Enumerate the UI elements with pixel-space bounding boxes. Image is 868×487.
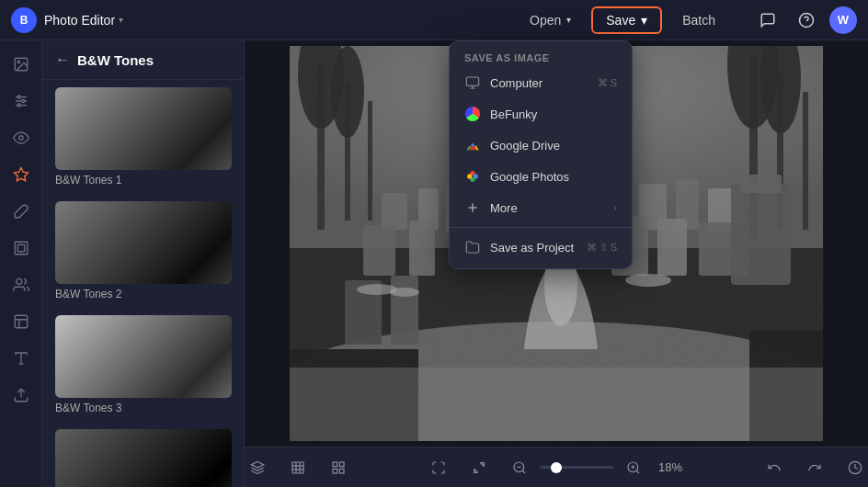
app-title: Photo Editor [44,13,115,28]
save-to-computer[interactable]: Computer ⌘ S [450,67,632,98]
chat-button[interactable] [752,5,783,36]
project-icon [464,239,481,255]
project-shortcut: ⌘ ⇧ S [587,242,617,254]
sidebar-icon-eye[interactable] [5,121,38,154]
svg-line-69 [522,470,525,473]
save-to-gdrive[interactable]: Google Drive [450,130,632,161]
preset-label-1: B&W Tones 1 [55,174,231,187]
expand-icon[interactable] [426,455,451,481]
save-button[interactable]: Save ▾ [591,6,662,34]
open-button[interactable]: Open ▾ [517,7,584,33]
layers-icon[interactable] [245,455,270,481]
computer-shortcut: ⌘ S [598,77,617,89]
sidebar-icon-image[interactable] [5,305,38,338]
zoom-value: 18% [654,460,687,474]
svg-rect-67 [339,469,344,473]
svg-rect-65 [339,462,344,467]
preset-label-3: B&W Tones 3 [55,402,231,414]
save-more[interactable]: More › [450,192,632,223]
main-area: ← B&W Tones B&W Tones 1 B&W Tones 2 [0,40,868,487]
sidebar-icon-photos[interactable] [5,48,38,81]
svg-rect-15 [15,315,28,328]
preset-label-2: B&W Tones 2 [55,288,231,300]
save-to-befunky[interactable]: BeFunky [450,98,632,130]
preset-item-3[interactable]: B&W Tones 3 [42,308,244,422]
frame-icon[interactable] [285,455,311,481]
more-chevron-icon: › [613,202,617,213]
save-dropdown: Save as Image Computer ⌘ S BeFunky Googl… [449,40,633,269]
presets-panel: ← B&W Tones B&W Tones 1 B&W Tones 2 [42,40,245,487]
gdrive-icon [464,137,481,153]
app-logo[interactable]: B [11,7,37,33]
save-as-project[interactable]: Save as Project ⌘ ⇧ S [450,232,632,263]
sidebar-icon-frames[interactable] [5,232,38,265]
svg-rect-59 [292,462,303,473]
dropdown-divider [450,227,632,228]
topbar: B Photo Editor ▾ Open ▾ Save ▾ Batch W [0,0,868,40]
sidebar [0,40,42,487]
gphotos-icon [464,168,481,185]
svg-point-8 [21,100,24,103]
sidebar-icon-export[interactable] [5,379,38,412]
grid-icon[interactable] [326,455,351,481]
user-avatar[interactable]: W [829,6,857,34]
batch-button[interactable]: Batch [669,7,728,33]
history-button[interactable] [842,455,868,481]
zoom-in-button[interactable] [621,455,646,481]
svg-rect-66 [333,469,337,473]
svg-rect-64 [333,462,337,467]
dropdown-header: Save as Image [450,47,632,67]
preset-thumb-4 [55,429,232,487]
svg-marker-11 [14,168,28,181]
svg-line-72 [636,470,639,473]
svg-point-9 [17,104,20,107]
svg-point-10 [18,136,23,141]
panel-back-button[interactable]: ← [55,51,70,68]
sidebar-icon-brush[interactable] [5,195,38,228]
save-chevron-icon: ▾ [641,13,647,28]
svg-rect-12 [15,242,28,255]
preset-thumb-3 [55,315,232,398]
help-button[interactable] [791,5,822,36]
svg-rect-13 [17,244,25,252]
panel-title: B&W Tones [77,52,154,68]
save-to-gphotos[interactable]: Google Photos [450,161,632,192]
bottombar: 18% [245,447,868,487]
presets-list: B&W Tones 1 B&W Tones 2 B&W Tones 3 B&W … [42,80,244,487]
preset-item-4[interactable]: B&W Tones 4 [42,422,244,487]
plus-icon [464,199,481,216]
preset-item-2[interactable]: B&W Tones 2 [42,194,244,308]
svg-point-14 [16,278,21,284]
redo-button[interactable] [802,455,828,481]
app-title-menu[interactable]: Photo Editor ▾ [44,13,123,28]
panel-header: ← B&W Tones [42,40,244,80]
preset-thumb-1 [55,87,232,170]
preset-item-1[interactable]: B&W Tones 1 [42,80,244,194]
sidebar-icon-adjustments[interactable] [5,85,38,118]
svg-point-3 [17,61,19,62]
svg-point-82 [467,174,472,178]
befunky-icon [464,106,481,122]
fit-icon[interactable] [466,455,492,481]
undo-button[interactable] [761,455,787,481]
svg-marker-58 [251,461,263,468]
app-chevron-icon: ▾ [119,15,123,25]
zoom-out-button[interactable] [507,455,532,481]
open-chevron-icon: ▾ [566,15,571,25]
preset-thumb-2 [55,201,232,284]
zoom-slider[interactable] [540,466,613,469]
svg-point-7 [17,96,20,98]
sidebar-icon-text[interactable] [5,342,38,375]
sidebar-icon-effects[interactable] [5,158,38,191]
svg-rect-76 [466,77,478,85]
computer-icon [464,74,481,91]
sidebar-icon-people[interactable] [5,268,38,301]
zoom-controls: 18% [507,455,687,481]
